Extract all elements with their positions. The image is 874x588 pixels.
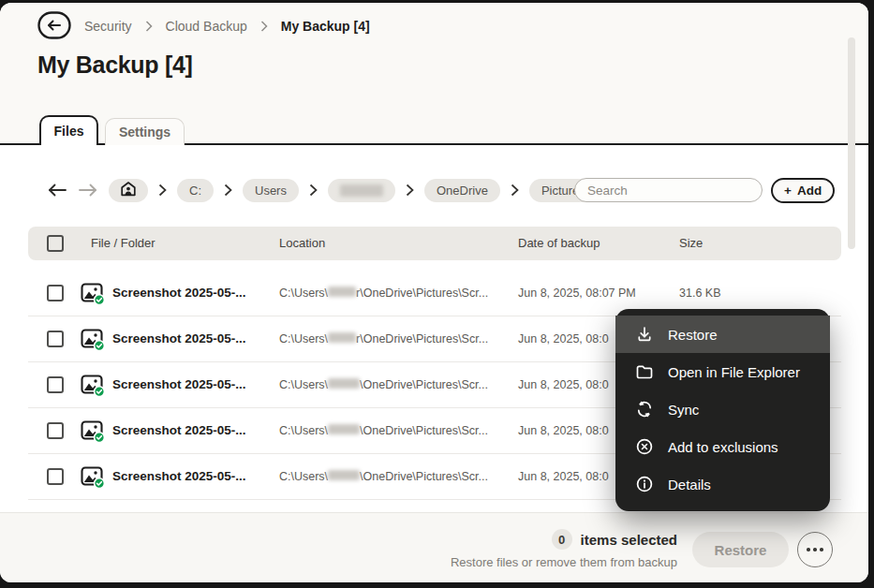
- redacted-username: [328, 332, 356, 343]
- chevron-right-icon: [260, 21, 268, 32]
- redacted-username: [340, 184, 383, 197]
- column-header-size: Size: [679, 236, 703, 250]
- select-all-checkbox[interactable]: [47, 235, 64, 252]
- image-file-icon: [81, 327, 106, 356]
- add-button-label: Add: [797, 184, 822, 198]
- ellipsis-icon: [813, 548, 817, 551]
- nav-back-arrow[interactable]: [47, 183, 67, 198]
- image-file-icon: [81, 373, 106, 402]
- search-input[interactable]: [574, 178, 763, 202]
- nav-forward-arrow[interactable]: [78, 183, 98, 198]
- add-button[interactable]: + Add: [771, 178, 835, 203]
- menu-item-label: Open in File Explorer: [668, 364, 800, 380]
- breadcrumb-item-cloud-backup[interactable]: Cloud Backup: [166, 19, 247, 34]
- column-header-file: File / Folder: [91, 236, 156, 250]
- context-menu: Restore Open in File Explorer Sync Add t…: [615, 309, 830, 511]
- redacted-username: [328, 424, 360, 434]
- chevron-right-icon: [145, 21, 153, 32]
- menu-item-label: Add to exclusions: [668, 439, 778, 455]
- file-name: Screenshot 2025-05-...: [112, 286, 246, 300]
- folder-icon: [635, 362, 654, 381]
- redacted-username: [328, 470, 360, 480]
- breadcrumb-item-security[interactable]: Security: [84, 19, 132, 34]
- back-button[interactable]: [37, 12, 71, 40]
- breadcrumb: Security Cloud Backup My Backup [4]: [37, 12, 370, 40]
- breadcrumb-item-current: My Backup [4]: [281, 19, 370, 34]
- image-file-icon: [81, 464, 106, 493]
- plus-icon: +: [784, 184, 792, 198]
- file-size: 31.6 KB: [679, 287, 720, 300]
- row-checkbox[interactable]: [47, 331, 64, 347]
- image-file-icon: [81, 419, 106, 448]
- menu-item-label: Details: [668, 477, 711, 492]
- path-chip-onedrive[interactable]: OneDrive: [424, 179, 500, 202]
- file-location: C:\Users\\OneDrive\Pictures\Scr...: [279, 378, 488, 391]
- file-name: Screenshot 2025-05-...: [112, 423, 246, 437]
- row-checkbox[interactable]: [47, 468, 64, 485]
- chevron-right-icon: [406, 184, 414, 197]
- tab-files[interactable]: Files: [39, 115, 98, 145]
- file-date: Jun 8, 2025, 08:07 PM: [518, 287, 636, 300]
- menu-item-label: Sync: [668, 402, 699, 418]
- menu-item-details[interactable]: Details: [615, 465, 830, 503]
- more-actions-button[interactable]: [797, 532, 833, 567]
- row-checkbox[interactable]: [47, 422, 64, 439]
- redacted-username: [328, 287, 356, 297]
- file-location: C:\Users\r\OneDrive\Pictures\Scr...: [279, 332, 488, 345]
- page-title: My Backup [4]: [37, 51, 193, 79]
- circle-info-icon: [635, 475, 654, 493]
- tab-settings[interactable]: Settings: [105, 118, 185, 145]
- footer-bar: 0 items selected Restore files or remove…: [0, 512, 868, 582]
- chevron-right-icon: [224, 184, 232, 197]
- table-header: File / Folder Location Date of backup Si…: [28, 227, 841, 260]
- download-icon: [635, 325, 654, 344]
- file-name: Screenshot 2025-05-...: [112, 377, 246, 391]
- file-location: C:\Users\\OneDrive\Pictures\Scr...: [279, 424, 488, 437]
- redacted-username: [328, 378, 360, 389]
- circle-x-icon: [635, 437, 654, 456]
- file-date: Jun 8, 2025, 08:0: [518, 470, 609, 483]
- column-header-location: Location: [279, 236, 325, 250]
- file-location: C:\Users\\OneDrive\Pictures\Scr...: [279, 470, 488, 483]
- app-window: Security Cloud Backup My Backup [4] My B…: [0, 3, 868, 582]
- chevron-right-icon: [511, 184, 519, 197]
- page-header: Security Cloud Backup My Backup [4] My B…: [0, 3, 868, 145]
- file-location: C:\Users\r\OneDrive\Pictures\Scr...: [279, 287, 488, 300]
- menu-item-restore[interactable]: Restore: [615, 316, 830, 353]
- file-date: Jun 8, 2025, 08:0: [518, 332, 609, 345]
- back-arrow-icon: [37, 11, 71, 42]
- user-home-icon: [119, 180, 138, 201]
- image-file-icon: [81, 281, 106, 310]
- restore-button[interactable]: Restore: [692, 532, 789, 567]
- vertical-scrollbar[interactable]: [848, 37, 855, 249]
- selection-summary: 0 items selected: [552, 529, 677, 550]
- selected-label: items selected: [581, 532, 677, 548]
- footer-hint: Restore files or remove them from backup: [451, 555, 677, 569]
- file-name: Screenshot 2025-05-...: [112, 331, 246, 345]
- ellipsis-icon: [807, 548, 810, 551]
- chevron-right-icon: [158, 184, 167, 197]
- sync-icon: [635, 400, 654, 419]
- menu-item-sync[interactable]: Sync: [615, 390, 830, 428]
- ellipsis-icon: [820, 548, 823, 551]
- path-chip-users[interactable]: Users: [243, 179, 299, 202]
- selected-count-badge: 0: [552, 529, 572, 550]
- column-header-date: Date of backup: [518, 236, 600, 250]
- file-date: Jun 8, 2025, 08:0: [518, 378, 609, 391]
- file-name: Screenshot 2025-05-...: [112, 469, 246, 483]
- menu-item-open-in-file-explorer[interactable]: Open in File Explorer: [615, 353, 830, 390]
- menu-item-add-to-exclusions[interactable]: Add to exclusions: [615, 428, 830, 465]
- file-path-bar: C: Users OneDrive Pictures: [47, 176, 638, 204]
- menu-item-label: Restore: [668, 327, 718, 343]
- file-date: Jun 8, 2025, 08:0: [518, 424, 609, 437]
- row-checkbox[interactable]: [47, 376, 64, 393]
- home-directory-chip[interactable]: [109, 179, 148, 202]
- path-chip-drive[interactable]: C:: [177, 179, 214, 202]
- row-checkbox[interactable]: [47, 285, 64, 301]
- path-chip-username-redacted[interactable]: [328, 179, 395, 202]
- chevron-right-icon: [309, 184, 318, 197]
